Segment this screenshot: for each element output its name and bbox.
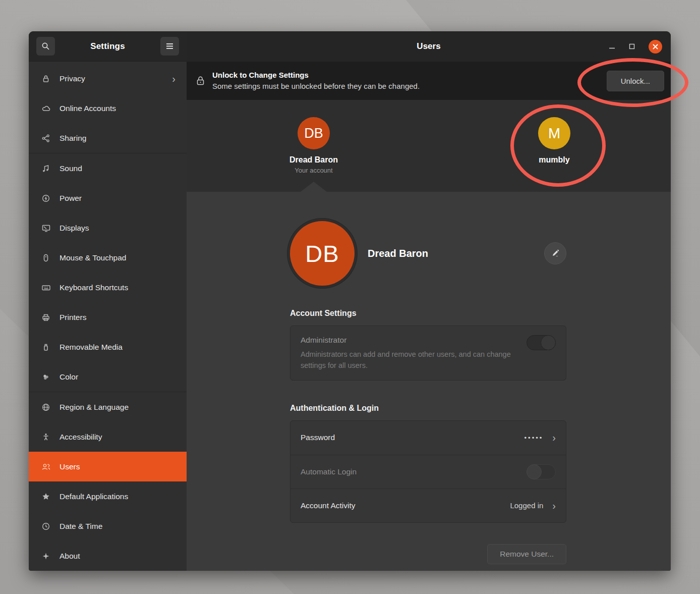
search-button[interactable] [36,37,55,56]
sidebar-item-region-language[interactable]: Region & Language [29,392,187,422]
printer-icon [41,312,51,322]
administrator-label: Administrator [301,336,556,345]
sidebar-item-accessibility[interactable]: Accessibility [29,422,187,452]
search-icon [41,42,50,50]
carousel-user-name: mumbly [539,155,569,165]
settings-window: Settings Privacy [29,31,671,571]
toggle-knob [527,464,542,479]
maximize-button[interactable] [629,43,635,49]
sidebar-item-label: Date & Time [60,522,102,531]
window-controls [609,40,671,53]
sidebar-item-sound[interactable]: Sound [29,153,187,183]
authentication-card: Password ••••• › Automatic Login [290,420,566,523]
sidebar-list: Privacy › Online Accounts [29,62,187,571]
unlock-banner-subtitle: Some settings must be unlocked before th… [212,81,420,92]
sidebar-item-label: Default Applications [60,492,128,501]
sidebar-item-sharing[interactable]: Sharing [29,123,187,153]
unlock-button[interactable]: Unlock... [607,71,664,91]
administrator-description: Administrators can add and remove other … [301,349,522,371]
sidebar-item-removable-media[interactable]: Removable Media [29,332,187,362]
profile-avatar[interactable]: DB [290,221,355,286]
titlebar[interactable]: Users [187,31,671,62]
cloud-icon [41,103,51,114]
star-icon [41,492,51,502]
sidebar-item-online-accounts[interactable]: Online Accounts [29,93,187,123]
lock-icon [41,74,51,84]
color-icon [41,372,51,382]
section-heading-authentication: Authentication & Login [290,404,566,413]
password-row[interactable]: Password ••••• › [290,421,566,455]
avatar: M [538,117,570,149]
hamburger-menu-icon [165,42,174,50]
lock-icon [196,76,205,86]
sidebar-item-label: Online Accounts [60,104,116,113]
carousel-user-dread-baron[interactable]: DB Dread Baron Your account [263,117,364,174]
sidebar-item-date-time[interactable]: Date & Time [29,511,187,541]
pencil-icon [551,249,559,257]
sidebar-header: Settings [29,31,187,62]
sidebar-item-label: Power [60,194,82,203]
chevron-right-icon: › [172,74,180,84]
users-icon [41,462,51,472]
sidebar-item-printers[interactable]: Printers [29,302,187,332]
music-note-icon [41,164,51,174]
unlock-banner: Unlock to Change Settings Some settings … [187,62,671,100]
automatic-login-row[interactable]: Automatic Login [290,455,566,489]
usb-drive-icon [41,342,51,352]
sidebar-item-displays[interactable]: Displays [29,213,187,243]
close-icon [653,44,658,49]
password-label: Password [301,433,335,442]
sidebar-item-mouse-touchpad[interactable]: Mouse & Touchpad [29,243,187,273]
carousel-user-mumbly[interactable]: M mumbly [504,117,605,165]
sidebar: Settings Privacy [29,31,187,571]
sidebar-item-label: Sharing [60,134,86,143]
password-dots: ••••• [524,434,544,442]
sidebar-item-about[interactable]: About [29,541,187,571]
sidebar-item-label: Printers [60,313,86,322]
accessibility-icon [41,432,51,442]
sidebar-item-label: Accessibility [60,433,102,442]
administrator-card: Administrator Administrators can add and… [290,326,566,381]
carousel-user-subtitle: Your account [295,167,332,174]
main-panel: Users [187,31,671,571]
sidebar-item-label: Displays [60,224,89,233]
sidebar-item-power[interactable]: Power [29,183,187,213]
desktop: Settings Privacy [0,0,700,594]
sparkle-icon [41,551,51,561]
sidebar-item-label: Privacy [60,74,85,83]
remove-user-button[interactable]: Remove User... [487,544,566,564]
profile-row: DB Dread Baron [290,221,566,286]
sidebar-item-privacy[interactable]: Privacy › [29,64,187,93]
sidebar-item-label: Color [60,372,78,382]
sidebar-item-keyboard-shortcuts[interactable]: Keyboard Shortcuts [29,273,187,302]
chevron-right-icon: › [552,433,556,443]
account-activity-value: Logged in [510,501,543,510]
share-icon [41,133,51,143]
sidebar-item-users[interactable]: Users [29,452,187,481]
user-carousel: DB Dread Baron Your account M mumbly [187,100,671,192]
sidebar-item-label: Sound [60,164,82,173]
sidebar-item-default-applications[interactable]: Default Applications [29,481,187,511]
app-title: Settings [90,41,125,51]
carousel-user-name: Dread Baron [289,155,338,165]
sidebar-item-label: Mouse & Touchpad [60,253,126,262]
sidebar-item-color[interactable]: Color [29,362,187,392]
sidebar-item-label: About [60,552,80,561]
sidebar-item-label: Keyboard Shortcuts [60,283,128,292]
edit-name-button[interactable] [544,242,566,264]
automatic-login-toggle[interactable] [527,464,556,479]
page-title: Users [187,41,671,51]
keyboard-icon [41,283,51,293]
minimize-button[interactable] [609,43,615,50]
sidebar-item-label: Removable Media [60,343,123,352]
section-heading-account-settings: Account Settings [290,309,566,318]
mouse-icon [41,253,51,263]
power-icon [41,193,51,203]
administrator-toggle[interactable] [527,335,556,350]
account-activity-row[interactable]: Account Activity Logged in › [290,489,566,522]
profile-name: Dread Baron [368,248,428,259]
close-button[interactable] [649,40,662,53]
selected-user-pointer [301,182,327,192]
clock-icon [41,521,51,531]
primary-menu-button[interactable] [160,37,179,56]
